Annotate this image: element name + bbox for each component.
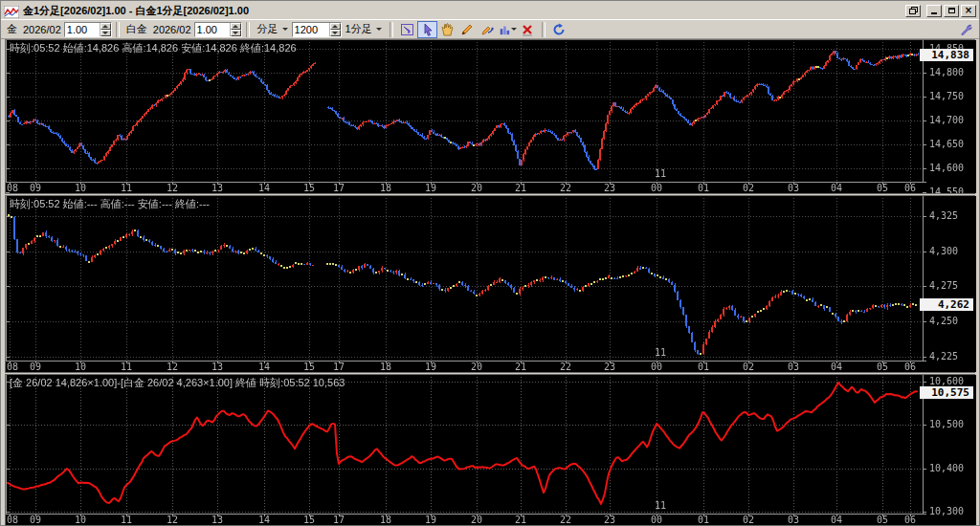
- platinum-chart-panel: 時刻:05:52 始値:--- 高値:--- 安値:--- 終値:--- 4,2…: [5, 195, 975, 373]
- platinum-ratio-up-button[interactable]: [231, 23, 241, 30]
- delete-drawings-button[interactable]: [518, 21, 538, 38]
- gold-ratio-up-button[interactable]: [100, 23, 111, 30]
- axis-settings-icon: [400, 23, 414, 36]
- pencil-draw-icon: [460, 23, 474, 36]
- chart-type-icon: [499, 23, 510, 36]
- bar-period-label: 1分足: [345, 22, 372, 36]
- toolbar-separator: [116, 22, 120, 37]
- refresh-button[interactable]: [549, 21, 569, 38]
- app-icon: [4, 5, 19, 17]
- bar-count-spinbox[interactable]: [292, 22, 342, 37]
- refresh-icon: [552, 23, 566, 36]
- bar-period-dropdown[interactable]: 1分足: [342, 22, 386, 37]
- gold-ratio-input[interactable]: [65, 23, 100, 36]
- platinum-ratio-input[interactable]: [195, 23, 230, 36]
- spread-last-price-badge: 10,575: [920, 386, 973, 399]
- platinum-symbol-label: 白金: [126, 22, 147, 36]
- maximize-button[interactable]: [944, 5, 959, 17]
- toolbar: 金 2026/02 白金 2026/02 分足 1分足: [1, 19, 979, 39]
- restore-window-button[interactable]: [905, 5, 921, 17]
- gold-contract-month: 2026/02: [23, 24, 61, 35]
- cascade-icon: [909, 7, 918, 14]
- platinum-last-price-badge: 4,262: [920, 298, 973, 311]
- platinum-ratio-down-button[interactable]: [231, 30, 241, 36]
- title-bar: 金1分足[2026/02]1.00 - 白金1分足[2026/02]1.00 ×: [1, 1, 979, 19]
- gold-last-price-badge: 14,838: [920, 49, 973, 61]
- spread-chart-panel: [金 26/02 14,826×1.00]-[白金 26/02 4,263×1.…: [5, 374, 975, 526]
- bar-count-up-button[interactable]: [330, 23, 341, 30]
- cursor-select-button[interactable]: [417, 21, 437, 38]
- wrench-settings-icon: [960, 23, 973, 36]
- hand-pan-icon: [440, 23, 455, 36]
- chart-panels: 時刻:05:52 始値:14,826 高値:14,826 安値:14,826 終…: [1, 39, 979, 526]
- gold-chart-panel: 時刻:05:52 始値:14,826 高値:14,826 安値:14,826 終…: [5, 39, 975, 194]
- bar-count-input[interactable]: [293, 23, 329, 36]
- minimize-icon: [931, 12, 937, 14]
- toolbar-separator: [390, 22, 393, 37]
- toolbar-separator: [246, 22, 250, 37]
- close-icon: ×: [965, 6, 972, 15]
- gold-symbol-label: 金: [7, 22, 17, 36]
- bar-type-label: 分足: [257, 22, 278, 36]
- maximize-icon: [948, 8, 955, 13]
- trendline-draw-button[interactable]: [478, 21, 498, 38]
- gold-candlestick-chart[interactable]: [6, 40, 976, 193]
- window-title: 金1分足[2026/02]1.00 - 白金1分足[2026/02]1.00: [23, 4, 905, 18]
- gold-ratio-down-button[interactable]: [100, 30, 111, 36]
- chevron-down-icon: [376, 28, 382, 31]
- gold-ratio-spinbox[interactable]: [64, 22, 112, 37]
- toolbar-separator: [542, 22, 546, 37]
- platinum-contract-month: 2026/02: [153, 24, 191, 35]
- delete-drawings-icon: [521, 23, 534, 36]
- chevron-down-icon: [511, 28, 517, 31]
- chart-window: 金1分足[2026/02]1.00 - 白金1分足[2026/02]1.00 ×…: [0, 0, 980, 526]
- close-button[interactable]: ×: [961, 5, 976, 17]
- hand-pan-button[interactable]: [437, 21, 457, 38]
- cursor-select-icon: [421, 23, 434, 36]
- platinum-candlestick-chart[interactable]: [6, 196, 976, 372]
- axis-settings-button[interactable]: [397, 21, 417, 38]
- spread-line-chart[interactable]: [6, 375, 976, 525]
- pencil-draw-button[interactable]: [457, 21, 478, 38]
- bar-type-dropdown[interactable]: 分足: [254, 22, 292, 37]
- bar-count-down-button[interactable]: [330, 30, 341, 36]
- platinum-ratio-spinbox[interactable]: [194, 22, 242, 37]
- wrench-settings-button[interactable]: [956, 21, 976, 38]
- chart-type-button[interactable]: [498, 21, 518, 38]
- minimize-button[interactable]: [926, 5, 942, 17]
- chevron-down-icon: [282, 28, 288, 31]
- trendline-draw-icon: [480, 23, 495, 36]
